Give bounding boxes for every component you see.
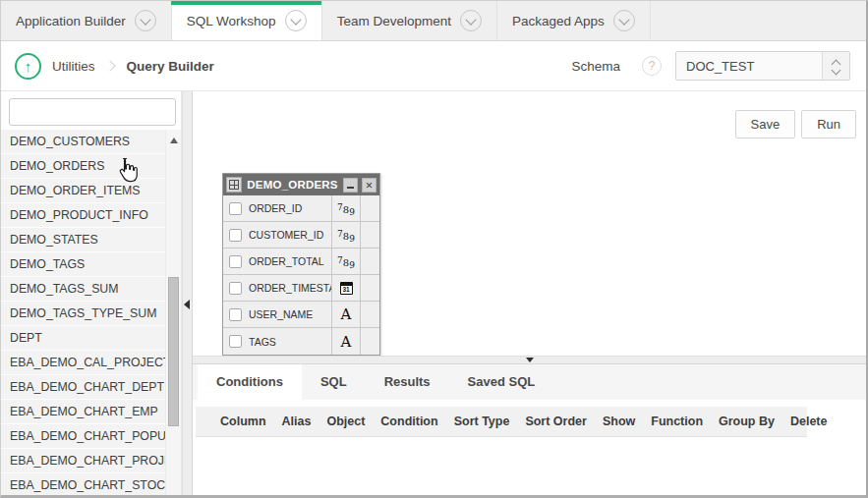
schema-label: Schema — [571, 59, 620, 74]
table-grid-icon[interactable] — [226, 177, 242, 193]
chevron-down-icon[interactable] — [613, 10, 635, 31]
schema-select[interactable]: DOC_TEST — [675, 51, 850, 81]
scrollbar-thumb[interactable] — [168, 277, 179, 426]
column-type-icon — [331, 249, 360, 274]
column-checkbox[interactable] — [229, 335, 242, 348]
schema-select-value: DOC_TEST — [676, 52, 822, 80]
scroll-up-arrow-icon[interactable] — [170, 138, 178, 143]
text-type-icon — [341, 333, 352, 351]
number-type-icon — [337, 199, 355, 218]
app-tab[interactable]: SQL Workshop — [172, 1, 322, 40]
close-button[interactable] — [362, 178, 376, 193]
table-list-item[interactable]: EBA_DEMO_CHART_STOCKS — [1, 473, 165, 495]
table-list-item[interactable]: DEMO_ORDER_ITEMS — [1, 179, 165, 203]
number-type-icon — [337, 252, 355, 271]
table-column-row: ORDER_TIMESTAMP — [223, 275, 379, 302]
conditions-grid-header: Column Alias Object Condition Sort Type … — [196, 407, 807, 437]
column-type-icon — [331, 222, 360, 248]
table-list-item[interactable]: DEPT — [1, 326, 165, 351]
table-list-body: DEMO_CUSTOMERS DEMO_ORDERS DEMO_ORDER_IT… — [1, 130, 181, 495]
column-checkbox[interactable] — [229, 308, 242, 321]
grid-header-cell: Object — [326, 415, 365, 428]
minimize-button[interactable] — [343, 178, 358, 193]
collapse-down-arrow-icon[interactable] — [526, 358, 534, 362]
table-list-item[interactable]: DEMO_TAGS — [1, 252, 165, 277]
column-checkbox[interactable] — [229, 202, 242, 215]
column-checkbox[interactable] — [229, 282, 242, 295]
table-list-item[interactable]: DEMO_PRODUCT_INFO — [1, 203, 165, 228]
number-type-icon — [337, 226, 355, 245]
app-tab[interactable]: Team Development — [322, 1, 497, 40]
column-extra-cell — [360, 195, 379, 221]
column-extra-cell — [360, 328, 379, 355]
column-checkbox[interactable] — [229, 255, 242, 268]
table-list: DEMO_CUSTOMERS DEMO_ORDERS DEMO_ORDER_IT… — [1, 130, 165, 495]
bottom-tabbar: Conditions SQL Results Saved SQL — [193, 364, 866, 400]
table-window-header[interactable]: DEMO_ORDERS — [223, 174, 379, 195]
chevron-down-icon[interactable] — [460, 10, 482, 31]
app-tab[interactable]: Packaged Apps — [497, 1, 651, 40]
table-list-item[interactable]: EBA_DEMO_CAL_PROJECTS — [1, 351, 165, 375]
table-window-title: DEMO_ORDERS — [246, 179, 339, 191]
table-column-row: TAGS — [223, 328, 379, 355]
bottom-tab[interactable]: SQL — [302, 364, 366, 400]
table-window-columns: ORDER_ID CUSTOME — [223, 195, 379, 355]
column-extra-cell — [360, 302, 379, 327]
column-checkbox[interactable] — [229, 229, 242, 242]
app-tabbar: Application Builder SQL Workshop Team De… — [1, 1, 866, 41]
main-panel: Save Run DEMO_ORDERS — [193, 91, 866, 495]
bottom-tab[interactable]: Conditions — [198, 364, 302, 400]
breadcrumb-utilities[interactable]: Utilities — [52, 59, 95, 74]
table-list-item[interactable]: DEMO_STATES — [1, 228, 165, 252]
column-extra-cell — [360, 275, 379, 301]
content-area: DEMO_CUSTOMERS DEMO_ORDERS DEMO_ORDER_IT… — [1, 91, 866, 495]
grid-header-cell: Show — [603, 415, 635, 428]
grid-header-cell: Sort Order — [525, 415, 587, 428]
column-type-icon — [331, 195, 360, 221]
save-button[interactable]: Save — [735, 110, 796, 138]
breadcrumb-bar: Utilities Query Builder Schema DOC_TEST — [1, 41, 866, 91]
column-type-icon — [331, 275, 360, 301]
table-window-demo-orders: DEMO_ORDERS ORDER_ID — [222, 173, 380, 356]
run-button[interactable]: Run — [801, 110, 856, 138]
column-extra-cell — [360, 249, 379, 274]
grid-glyph-icon — [229, 180, 239, 190]
bottom-tab[interactable]: Saved SQL — [449, 364, 554, 400]
table-list-item[interactable]: DEMO_TAGS_SUM — [1, 277, 165, 302]
text-type-icon — [341, 305, 352, 323]
table-list-item[interactable]: EBA_DEMO_CHART_PROJECTS — [1, 449, 165, 473]
chevron-down-icon[interactable] — [135, 10, 156, 31]
table-list-item[interactable]: DEMO_ORDERS — [1, 154, 165, 179]
help-icon[interactable] — [642, 56, 662, 76]
chevron-right-icon — [104, 60, 115, 71]
chevron-down-icon[interactable] — [285, 10, 307, 31]
breadcrumb-query-builder: Query Builder — [127, 59, 214, 74]
up-arrow-icon[interactable] — [15, 53, 41, 80]
bottom-tab[interactable]: Results — [366, 364, 449, 400]
table-list-item[interactable]: EBA_DEMO_CHART_EMP — [1, 400, 165, 424]
table-list-item[interactable]: DEMO_TAGS_TYPE_SUM — [1, 302, 165, 326]
collapse-left-arrow-icon[interactable] — [184, 300, 190, 309]
grid-header-cell: Delete — [790, 415, 828, 428]
schema-group: Schema DOC_TEST — [571, 51, 850, 81]
select-spinner-icon[interactable] — [822, 52, 849, 80]
table-list-item[interactable]: EBA_DEMO_CHART_POPULATION — [1, 424, 165, 449]
table-list-item[interactable]: DEMO_CUSTOMERS — [1, 130, 165, 154]
object-list-sidebar: DEMO_CUSTOMERS DEMO_ORDERS DEMO_ORDER_IT… — [1, 91, 182, 495]
grid-header-cell: Sort Type — [454, 415, 510, 428]
column-name: USER_NAME — [249, 308, 331, 320]
horizontal-splitter[interactable] — [193, 356, 866, 364]
table-search-input[interactable] — [9, 98, 176, 126]
column-name: ORDER_ID — [249, 202, 331, 214]
grid-header-cell: Condition — [380, 415, 437, 428]
app-tab[interactable]: Application Builder — [1, 1, 172, 40]
column-name: ORDER_TOTAL — [249, 255, 331, 267]
column-type-icon — [331, 302, 360, 327]
sidebar-scrollbar[interactable] — [165, 130, 181, 495]
table-list-item[interactable]: EBA_DEMO_CHART_DEPT — [1, 375, 165, 400]
table-column-row: CUSTOMER_ID — [223, 222, 379, 249]
grid-header-cell: Group By — [719, 415, 775, 428]
vertical-splitter[interactable] — [182, 91, 193, 495]
app-tab-label: Packaged Apps — [512, 14, 605, 28]
bottom-panel: Conditions SQL Results Saved SQL Column … — [193, 364, 866, 495]
